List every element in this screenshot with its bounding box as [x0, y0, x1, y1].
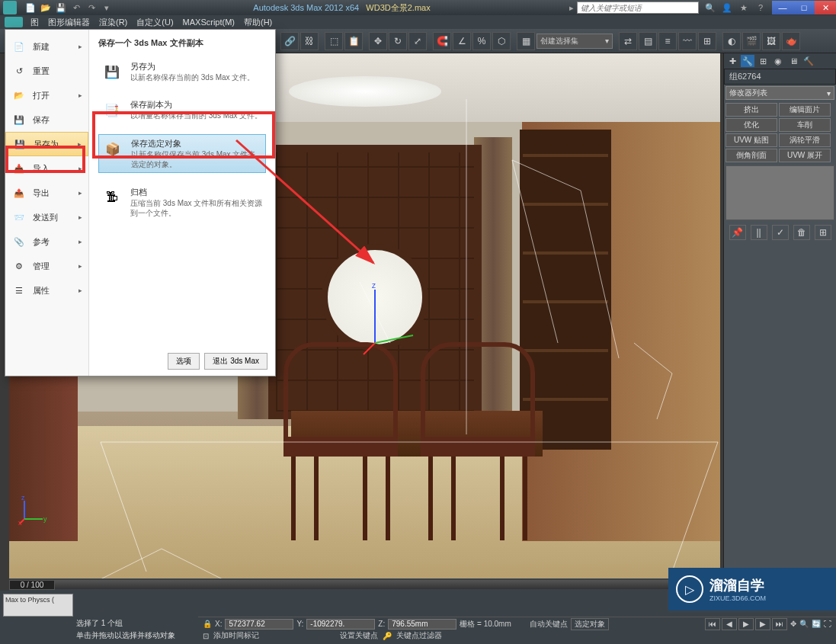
btn-extrude[interactable]: 挤出 [725, 103, 777, 117]
unlink-icon[interactable]: ⛓ [300, 32, 319, 50]
favorites-icon[interactable]: ★ [737, 2, 751, 14]
isolate-icon[interactable]: ⊡ [203, 632, 209, 640]
submenu-saveas[interactable]: 💾 另存为 以新名称保存当前的 3ds Max 文件。 [98, 58, 266, 85]
make-unique-icon[interactable]: ✓ [772, 225, 789, 240]
app-button[interactable] [5, 17, 23, 27]
timeline[interactable]: 0 / 100 [9, 578, 720, 591]
schematic-icon[interactable]: ⊞ [698, 32, 716, 50]
lock-icon[interactable]: 🔒 [203, 620, 212, 628]
transform-gizmo[interactable]: z [360, 282, 421, 358]
save-icon[interactable]: 💾 [55, 2, 67, 14]
help-icon[interactable]: ? [754, 2, 767, 14]
info-arrow-icon[interactable]: ▸ [566, 3, 577, 13]
menu-maxscript[interactable]: MAXScript(M) [183, 18, 235, 27]
btn-uvwmap[interactable]: UVW 贴图 [725, 133, 777, 147]
submenu-saveselected[interactable]: 📦 保存选定对象 以新名称仅保存当前 3ds Max 文件来选定的对象。 [98, 134, 266, 173]
move-icon[interactable]: ✥ [369, 32, 387, 50]
close-button[interactable]: ✕ [815, 1, 836, 14]
options-button[interactable]: 选项 [168, 353, 200, 370]
snap-toggle-icon[interactable]: 🧲 [433, 32, 451, 50]
coord-z-input[interactable] [388, 619, 456, 630]
menu-item-reference[interactable]: 📎 参考 ▸ [5, 229, 88, 254]
menu-graph-editors[interactable]: 图形编辑器 [48, 17, 90, 28]
menu-customize[interactable]: 自定义(U) [136, 17, 173, 28]
remove-mod-icon[interactable]: 🗑 [793, 225, 810, 240]
app-logo-icon[interactable] [3, 1, 17, 14]
undo-icon[interactable]: ↶ [70, 2, 82, 14]
modifier-stack[interactable] [725, 165, 834, 220]
redo-icon[interactable]: ↷ [85, 2, 98, 14]
viewport-max-icon[interactable]: ⛶ [824, 620, 831, 628]
render-frame-icon[interactable]: 🖼 [762, 32, 780, 50]
layers-icon[interactable]: ≡ [658, 32, 677, 50]
timeline-track[interactable] [55, 580, 720, 589]
menu-item-save[interactable]: 💾 保存 [5, 107, 88, 132]
rotate-icon[interactable]: ↻ [389, 32, 407, 50]
new-icon[interactable]: 📄 [24, 2, 37, 14]
menu-rendering[interactable]: 渲染(R) [99, 17, 127, 28]
menu-item-new[interactable]: 📄 新建 ▸ [5, 34, 88, 59]
mirror-icon[interactable]: ⇄ [619, 32, 637, 50]
scale-icon[interactable]: ⤢ [408, 32, 427, 50]
hierarchy-tab-icon[interactable]: ⊞ [756, 55, 770, 67]
select-name-icon[interactable]: 📋 [344, 32, 363, 50]
menu-item-export[interactable]: 📤 导出 ▸ [5, 181, 88, 205]
menu-item-manage[interactable]: ⚙ 管理 ▸ [5, 254, 88, 278]
btn-turbosmooth[interactable]: 涡轮平滑 [779, 133, 831, 147]
binoculars-icon[interactable]: 🔍 [703, 2, 717, 14]
btn-uvwunwrap[interactable]: UVW 展开 [779, 149, 831, 162]
btn-lathe[interactable]: 车削 [779, 118, 831, 132]
percent-snap-icon[interactable]: % [472, 32, 491, 50]
signin-icon[interactable]: 👤 [720, 2, 734, 14]
btn-optimize[interactable]: 优化 [725, 118, 777, 132]
menu-item-import[interactable]: 📥 导入 ▸ [5, 156, 88, 181]
viewport-orbit-icon[interactable]: 🔄 [812, 620, 821, 628]
search-input[interactable] [577, 2, 699, 14]
named-sel-icon[interactable]: ▦ [517, 32, 535, 50]
frame-indicator[interactable]: 0 / 100 [9, 580, 55, 590]
render-icon[interactable]: 🫖 [782, 32, 800, 50]
menu-view[interactable]: 图 [30, 17, 39, 28]
minimize-button[interactable]: — [772, 1, 793, 14]
display-tab-icon[interactable]: 🖥 [786, 55, 800, 67]
exit-button[interactable]: 退出 3ds Max [204, 353, 267, 370]
select-link-icon[interactable]: 🔗 [280, 32, 299, 50]
addtime-label[interactable]: 添加时间标记 [213, 630, 259, 641]
btn-editpatch[interactable]: 编辑面片 [779, 103, 831, 117]
coord-y-input[interactable] [306, 619, 375, 630]
pin-stack-icon[interactable]: 📌 [729, 225, 746, 240]
render-setup-icon[interactable]: 🎬 [742, 32, 761, 50]
menu-help[interactable]: 帮助(H) [244, 17, 272, 28]
show-end-icon[interactable]: || [751, 225, 767, 240]
menu-item-properties[interactable]: ☰ 属性 ▸ [5, 278, 88, 303]
menu-item-sendto[interactable]: 📨 发送到 ▸ [5, 205, 88, 229]
configure-icon[interactable]: ⊞ [815, 225, 831, 240]
viewport-nav-icon[interactable]: ✥ [790, 620, 796, 628]
setkey-button[interactable]: 设置关键点 [340, 630, 378, 641]
menu-item-reset[interactable]: ↺ 重置 [5, 59, 88, 83]
open-icon[interactable]: 📂 [40, 2, 52, 14]
angle-snap-icon[interactable]: ∠ [453, 32, 471, 50]
viewport-zoom-icon[interactable]: 🔍 [799, 620, 809, 628]
selection-set-dropdown[interactable]: 创建选择集▾ [537, 34, 613, 49]
align-icon[interactable]: ▤ [639, 32, 657, 50]
autokey-toggle[interactable]: 自动关键点 [530, 619, 568, 630]
curve-editor-icon[interactable]: 〰 [678, 32, 697, 50]
menu-item-saveas[interactable]: 💾 另存为 ▸ [5, 132, 88, 156]
select-object-icon[interactable]: ⬚ [325, 32, 343, 50]
btn-bevelprofile[interactable]: 倒角剖面 [725, 149, 777, 162]
modify-tab-icon[interactable]: 🔧 [741, 55, 754, 67]
submenu-archive[interactable]: 🗜 归档 压缩当前 3ds Max 文件和所有相关资源到一个文件。 [98, 184, 266, 221]
submenu-savecopy[interactable]: 📑 保存副本为 以增量名称保存当前的 3ds Max 文件。 [98, 96, 266, 123]
keyfilter-button[interactable]: 关键点过滤器 [396, 630, 442, 641]
create-tab-icon[interactable]: ✚ [725, 55, 739, 67]
utilities-tab-icon[interactable]: 🔨 [802, 55, 815, 67]
spinner-snap-icon[interactable]: ⬡ [492, 32, 511, 50]
motion-tab-icon[interactable]: ◉ [771, 55, 785, 67]
object-name-field[interactable]: 组62764 [724, 69, 836, 85]
dropdown-icon[interactable]: ▾ [101, 2, 113, 14]
modifier-list-dropdown[interactable]: 修改器列表▾ [725, 86, 834, 100]
maximize-button[interactable]: □ [793, 1, 815, 14]
coord-x-input[interactable] [225, 619, 293, 630]
key-mode-icon[interactable]: 🔑 [383, 632, 392, 640]
